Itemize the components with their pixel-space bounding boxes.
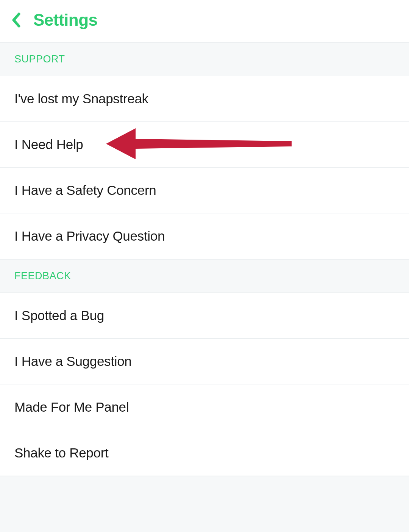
list-item-label: Shake to Report	[14, 445, 395, 460]
support-item-safety[interactable]: I Have a Safety Concern	[0, 168, 409, 213]
list-item-label: I Spotted a Bug	[14, 308, 395, 323]
support-item-help[interactable]: I Need Help	[0, 122, 409, 168]
page-title: Settings	[33, 11, 98, 30]
support-item-privacy[interactable]: I Have a Privacy Question	[0, 213, 409, 259]
section-header-label: FEEDBACK	[14, 270, 395, 282]
list-item-label: I Have a Suggestion	[14, 354, 395, 369]
feedback-item-panel[interactable]: Made For Me Panel	[0, 384, 409, 430]
feedback-item-shake[interactable]: Shake to Report	[0, 430, 409, 476]
header: Settings	[0, 0, 409, 42]
feedback-item-suggestion[interactable]: I Have a Suggestion	[0, 339, 409, 384]
section-header-support: SUPPORT	[0, 42, 409, 76]
back-icon[interactable]	[11, 12, 21, 28]
section-header-label: SUPPORT	[14, 53, 395, 65]
support-item-snapstreak[interactable]: I've lost my Snapstreak	[0, 76, 409, 122]
list-item-label: I've lost my Snapstreak	[14, 91, 395, 106]
list-item-label: I Have a Privacy Question	[14, 229, 395, 244]
list-item-label: Made For Me Panel	[14, 400, 395, 415]
section-header-feedback: FEEDBACK	[0, 259, 409, 293]
list-item-label: I Need Help	[14, 137, 395, 152]
feedback-item-bug[interactable]: I Spotted a Bug	[0, 293, 409, 339]
section-footer	[0, 476, 409, 532]
list-item-label: I Have a Safety Concern	[14, 183, 395, 198]
